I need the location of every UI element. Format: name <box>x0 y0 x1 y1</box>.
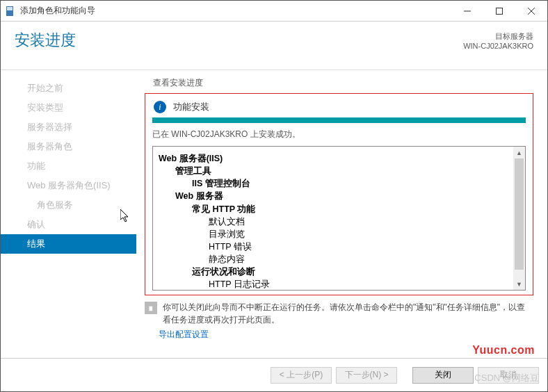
feature-item: 目录浏览 <box>159 228 508 240</box>
titlebar: 添加角色和功能向导 <box>1 1 547 22</box>
feature-item: 运行状况和诊断 <box>159 266 508 278</box>
window-title: 添加角色和功能向导 <box>20 5 451 17</box>
sidebar-step-3: 服务器角色 <box>1 137 136 156</box>
progress-bar <box>152 117 526 123</box>
close-wizard-button[interactable]: 关闭 <box>412 367 474 384</box>
previous-button: < 上一步(P) <box>271 367 332 384</box>
close-button[interactable] <box>515 1 547 22</box>
feature-item: Web 服务器 <box>159 190 508 202</box>
sidebar: 开始之前安装类型服务器选择服务器角色功能Web 服务器角色(IIS)角色服务确认… <box>1 70 136 358</box>
feature-item: 默认文档 <box>159 215 508 228</box>
scroll-thumb[interactable] <box>515 158 524 270</box>
main-content: 查看安装进度 i 功能安装 已在 WIN-CJ02JAK3KRO 上安装成功。 … <box>136 70 547 358</box>
sidebar-step-1: 安装类型 <box>1 98 136 117</box>
flag-icon: ∎ <box>145 302 157 314</box>
feature-item: 管理工具 <box>159 165 508 177</box>
next-button: 下一步(N) > <box>336 367 397 384</box>
watermark-site: Yuucn.com <box>472 344 535 357</box>
note-row: ∎ 你可以关闭此向导而不中断正在运行的任务。请依次单击命令栏中的"通知"和"任务… <box>145 301 533 326</box>
header: 安装进度 目标服务器 WIN-CJ02JAK3KRO <box>1 22 547 70</box>
feature-list: Web 服务器(IIS)管理工具IIS 管理控制台Web 服务器常见 HTTP … <box>153 147 513 290</box>
feature-list-box: Web 服务器(IIS)管理工具IIS 管理控制台Web 服务器常见 HTTP … <box>152 146 526 291</box>
section-label: 查看安装进度 <box>153 77 533 89</box>
export-link[interactable]: 导出配置设置 <box>159 329 533 341</box>
app-icon <box>5 6 16 17</box>
highlight-box: i 功能安装 已在 WIN-CJ02JAK3KRO 上安装成功。 Web 服务器… <box>145 93 533 295</box>
minimize-button[interactable] <box>451 1 483 22</box>
info-icon: i <box>154 101 166 113</box>
server-name: WIN-CJ02JAK3KRO <box>463 42 533 50</box>
scroll-down-icon[interactable]: ▼ <box>513 278 525 290</box>
sidebar-step-7: 确认 <box>1 215 136 234</box>
maximize-button[interactable] <box>483 1 515 22</box>
sidebar-step-2: 服务器选择 <box>1 117 136 137</box>
body: 开始之前安装类型服务器选择服务器角色功能Web 服务器角色(IIS)角色服务确认… <box>1 70 547 358</box>
wizard-window: 添加角色和功能向导 安装进度 目标服务器 WIN-CJ02JAK3KRO 开始之… <box>0 0 548 392</box>
svg-rect-3 <box>497 8 503 14</box>
sidebar-step-8: 结果 <box>1 234 136 254</box>
feature-item: 常见 HTTP 功能 <box>159 203 508 215</box>
window-controls <box>451 1 547 22</box>
feature-item: Web 服务器(IIS) <box>159 152 508 165</box>
feature-item: HTTP 错误 <box>159 240 508 253</box>
server-label: 目标服务器 <box>463 31 533 42</box>
info-text: 功能安装 <box>173 101 209 113</box>
scroll-track[interactable] <box>513 158 525 278</box>
footer: < 上一步(P) 下一步(N) > 关闭 取消 <box>1 358 547 391</box>
sidebar-step-4: 功能 <box>1 156 136 176</box>
scrollbar[interactable]: ▲ ▼ <box>513 147 525 290</box>
watermark-author: CSDN @网络豆 <box>474 372 539 384</box>
feature-item: 静态内容 <box>159 253 508 266</box>
page-title: 安装进度 <box>15 28 76 70</box>
sidebar-step-5: Web 服务器角色(IIS) <box>1 176 136 195</box>
sidebar-step-0: 开始之前 <box>1 79 136 98</box>
info-row: i 功能安装 <box>152 101 526 113</box>
target-server-info: 目标服务器 WIN-CJ02JAK3KRO <box>463 28 533 70</box>
scroll-up-icon[interactable]: ▲ <box>513 147 525 158</box>
svg-rect-1 <box>7 7 13 10</box>
note-text: 你可以关闭此向导而不中断正在运行的任务。请依次单击命令栏中的"通知"和"任务详细… <box>163 301 533 326</box>
status-text: 已在 WIN-CJ02JAK3KRO 上安装成功。 <box>152 129 526 140</box>
feature-item: HTTP 日志记录 <box>159 278 508 290</box>
feature-item: IIS 管理控制台 <box>159 177 508 190</box>
sidebar-step-6: 角色服务 <box>1 195 136 215</box>
